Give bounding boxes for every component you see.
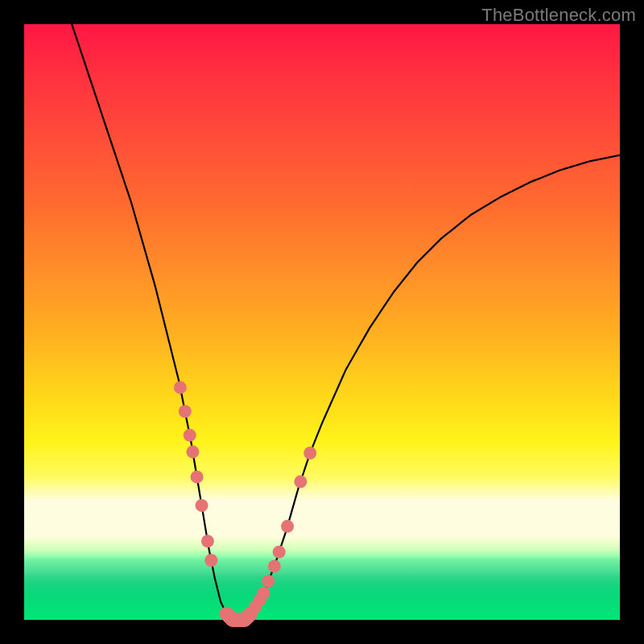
- data-point: [257, 587, 270, 600]
- curve-layer: [24, 24, 620, 620]
- bottleneck-curve: [72, 24, 620, 620]
- dots-left-branch: [174, 381, 217, 567]
- data-point: [201, 535, 214, 547]
- data-point: [273, 546, 286, 559]
- data-point: [196, 499, 208, 512]
- data-point: [179, 405, 192, 418]
- dots-right-branch: [249, 447, 316, 613]
- data-point: [186, 445, 199, 458]
- data-point: [184, 429, 196, 442]
- data-point: [191, 470, 204, 483]
- data-point: [174, 381, 187, 394]
- data-point: [281, 520, 294, 533]
- chart-frame: TheBottleneck.com: [0, 0, 644, 644]
- watermark-text: TheBottleneck.com: [481, 5, 636, 26]
- plot-area: [24, 24, 620, 620]
- data-point: [268, 559, 281, 572]
- data-point: [294, 475, 307, 488]
- data-point: [204, 554, 217, 567]
- data-point: [262, 575, 275, 588]
- data-point: [303, 447, 316, 460]
